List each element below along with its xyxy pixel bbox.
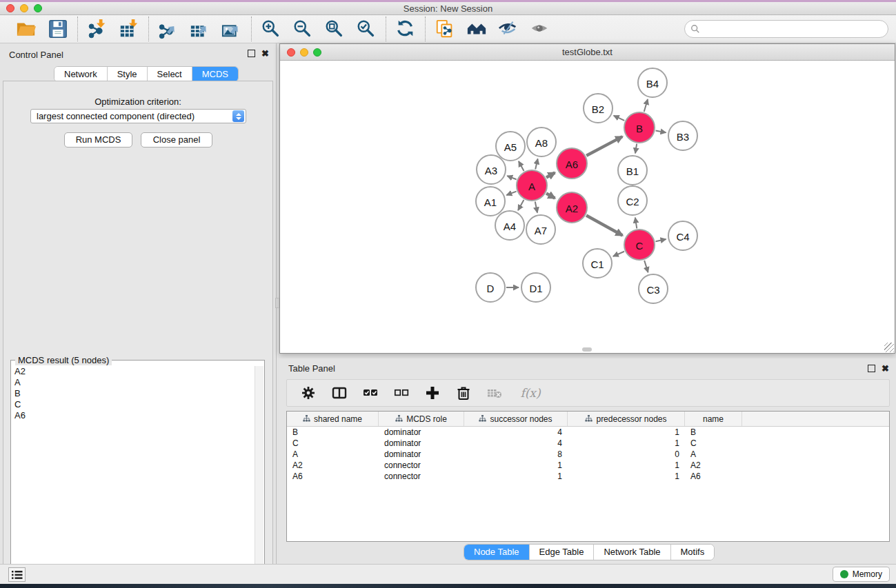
graph-node-B2[interactable]: B2 — [584, 94, 613, 123]
graph-node-C4[interactable]: C4 — [668, 221, 697, 250]
graph-node-C[interactable]: C — [624, 230, 655, 260]
table-cell[interactable]: 4 — [464, 438, 568, 449]
graph-edge-A-A4[interactable] — [518, 200, 524, 210]
save-session-button[interactable] — [47, 18, 69, 40]
graph-edge-A-A6[interactable] — [546, 173, 555, 178]
tab-network-table[interactable]: Network Table — [594, 545, 670, 560]
table-row[interactable]: Adominator80A — [287, 449, 889, 460]
graph-node-A7[interactable]: A7 — [526, 215, 555, 244]
show-graphics-button[interactable] — [529, 18, 551, 40]
graph-edge-A2-C[interactable] — [586, 216, 622, 236]
table-cell[interactable]: dominator — [379, 427, 464, 438]
table-cell[interactable]: C — [685, 438, 742, 449]
graph-node-B3[interactable]: B3 — [668, 121, 697, 150]
table-cell[interactable]: A6 — [287, 471, 379, 482]
graph-edge-B-B2[interactable] — [614, 116, 625, 121]
float-table-panel-icon[interactable] — [868, 365, 875, 372]
table-cell[interactable]: C — [287, 438, 379, 449]
graph-node-C3[interactable]: C3 — [639, 274, 668, 303]
mcds-result-item[interactable]: A6 — [12, 410, 255, 421]
table-cell[interactable]: A2 — [287, 460, 379, 471]
select-all-checkboxes-button[interactable] — [361, 384, 379, 402]
table-cell[interactable]: connector — [379, 460, 464, 471]
graph-node-C2[interactable]: C2 — [618, 186, 647, 215]
table-cell[interactable]: 1 — [568, 427, 685, 438]
table-cell[interactable]: B — [685, 427, 742, 438]
table-row[interactable]: A6connector11A6 — [287, 471, 889, 482]
close-network-window-button[interactable] — [287, 48, 295, 57]
optimization-criterion-dropdown[interactable]: largest connected component (directed) — [30, 109, 246, 123]
graph-node-A8[interactable]: A8 — [527, 128, 556, 156]
window-resize-grip[interactable] — [884, 343, 894, 352]
table-cell[interactable]: 0 — [568, 449, 685, 460]
graph-edge-A-A7[interactable] — [535, 202, 537, 213]
tab-mcds[interactable]: MCDS — [192, 67, 238, 81]
graph-node-A[interactable]: A — [517, 170, 547, 201]
graph-edge-B-B1[interactable] — [635, 144, 637, 154]
graph-edge-C-C4[interactable] — [656, 239, 666, 241]
table-cell[interactable]: dominator — [379, 449, 464, 460]
import-table-button[interactable] — [118, 18, 140, 40]
graph-edge-C-C3[interactable] — [644, 261, 648, 272]
column-header-predecessor-nodes[interactable]: predecessor nodes — [568, 412, 685, 426]
graph-node-A3[interactable]: A3 — [477, 155, 506, 184]
close-panel-button[interactable]: Close panel — [141, 132, 212, 148]
home-view-button[interactable] — [466, 18, 488, 40]
graph-node-A1[interactable]: A1 — [476, 187, 505, 216]
zoom-in-button[interactable] — [260, 18, 282, 40]
refresh-view-button[interactable] — [395, 18, 417, 40]
table-cell[interactable]: 1 — [568, 460, 685, 471]
graph-edge-A6-B[interactable] — [586, 136, 622, 156]
tab-motifs[interactable]: Motifs — [671, 545, 715, 560]
delete-row-button[interactable] — [455, 384, 472, 402]
graph-node-A2[interactable]: A2 — [557, 192, 587, 223]
export-image-button[interactable] — [221, 18, 243, 40]
table-cell[interactable]: 1 — [568, 471, 685, 482]
graph-node-B4[interactable]: B4 — [638, 68, 667, 97]
task-history-button[interactable] — [8, 567, 26, 582]
close-panel-icon[interactable]: ✖ — [261, 49, 269, 58]
add-row-button[interactable] — [424, 384, 441, 402]
graph-node-B1[interactable]: B1 — [618, 156, 647, 185]
clear-checkboxes-button[interactable] — [392, 384, 410, 402]
zoom-window-button[interactable] — [34, 4, 42, 12]
table-cell[interactable]: 8 — [464, 449, 568, 460]
graph-edge-A-A8[interactable] — [535, 159, 537, 169]
export-table-button[interactable] — [189, 18, 211, 40]
close-table-panel-icon[interactable]: ✖ — [882, 364, 889, 373]
column-header-MCDS-role[interactable]: MCDS role — [379, 412, 464, 426]
table-cell[interactable]: A — [685, 449, 742, 460]
close-window-button[interactable] — [6, 4, 14, 12]
table-row[interactable]: A2connector11A2 — [287, 460, 889, 471]
mcds-list-scrollbar[interactable] — [255, 366, 263, 588]
table-cell[interactable]: B — [287, 427, 379, 438]
table-cell[interactable]: 4 — [464, 427, 568, 438]
function-builder-button[interactable]: f(x) — [517, 384, 544, 402]
column-header-successor-nodes[interactable]: successor nodes — [464, 412, 568, 426]
graph-node-D[interactable]: D — [476, 273, 505, 302]
tab-edge-table[interactable]: Edge Table — [530, 545, 595, 560]
duplicate-network-button[interactable] — [434, 18, 456, 40]
float-panel-icon[interactable] — [248, 50, 255, 57]
graph-node-D1[interactable]: D1 — [521, 273, 550, 302]
tab-network[interactable]: Network — [54, 67, 108, 81]
open-session-button[interactable] — [15, 18, 37, 40]
graph-edge-A-A5[interactable] — [519, 161, 524, 171]
column-header-shared-name[interactable]: shared name — [287, 412, 379, 426]
table-cell[interactable]: dominator — [379, 438, 464, 449]
table-cell[interactable]: 1 — [464, 460, 568, 471]
graph-edge-C-C2[interactable] — [635, 218, 637, 229]
network-canvas[interactable]: B4B2BB3A8A5A6A3B1AA1C2A2A4A7C4CC1C3DD1 — [280, 61, 895, 353]
table-row[interactable]: Cdominator41C — [287, 438, 889, 449]
zoom-fit-button[interactable] — [323, 18, 346, 40]
divider-scroll-thumb[interactable] — [275, 298, 279, 308]
import-network-button[interactable] — [86, 18, 108, 40]
graph-edge-A-A1[interactable] — [506, 192, 516, 195]
mcds-result-item[interactable]: A2 — [12, 366, 255, 377]
graph-edge-A-A3[interactable] — [507, 176, 516, 179]
run-mcds-button[interactable]: Run MCDS — [64, 132, 132, 148]
column-header-name[interactable]: name — [685, 412, 742, 426]
graph-node-C1[interactable]: C1 — [583, 249, 612, 278]
graph-node-A5[interactable]: A5 — [496, 132, 525, 161]
graph-edge-B-B3[interactable] — [656, 130, 666, 132]
